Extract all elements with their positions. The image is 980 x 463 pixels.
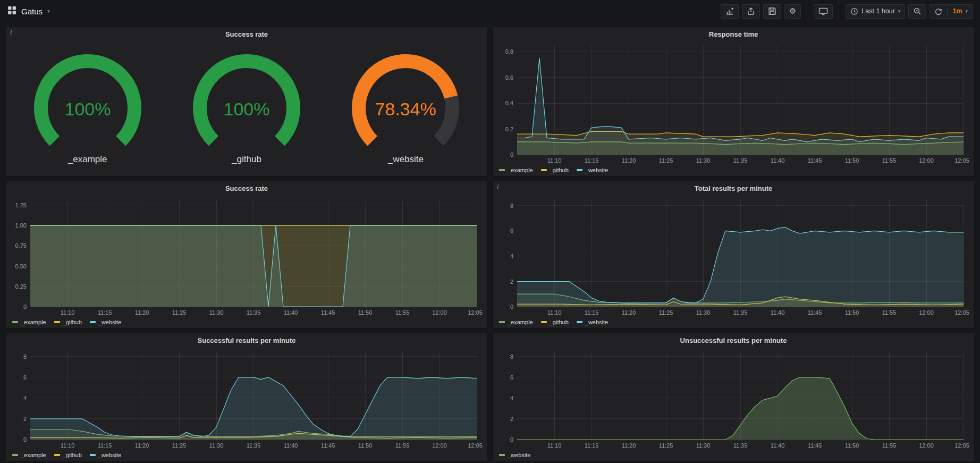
legend-swatch [577,321,582,323]
svg-text:11:10: 11:10 [61,309,75,316]
chart-plot[interactable]: 0246811:1011:1511:2011:2511:3011:3511:40… [495,347,972,450]
panel-total-results: i Total results per minute 0246811:1011:… [492,181,975,329]
panel-success-rate-gauges: i Success rate 100%_example100%_github78… [5,27,488,176]
gauge-row: 100%_example100%_github78.34%_website [8,41,485,175]
panel-info-icon[interactable]: i [497,183,499,191]
panel-header: Successful results per minute [6,333,487,347]
legend-item-_example[interactable]: _example [499,319,533,325]
settings-button[interactable]: ⚙ [784,4,801,19]
legend-label: _website [508,452,530,458]
gauge-label: _example [68,154,107,165]
dashboard-grid-icon[interactable] [7,6,16,17]
panel-title[interactable]: Total results per minute [695,184,772,192]
chart-plot[interactable]: 00.20.40.60.811:1011:1511:2011:2511:3011… [495,41,972,165]
cycle-view-button[interactable] [814,4,833,19]
save-button[interactable] [763,4,781,19]
legend-item-_github[interactable]: _github [541,167,569,173]
svg-text:1.25: 1.25 [15,202,27,208]
panel-title[interactable]: Response time [709,30,758,38]
panel-title[interactable]: Success rate [225,184,268,192]
dashboard-grid: i Success rate 100%_example100%_github78… [0,22,980,461]
svg-text:11:25: 11:25 [172,309,187,316]
dashboard-title[interactable]: Gatus [21,7,43,16]
panel-title[interactable]: Successful results per minute [198,336,296,344]
legend-item-_website[interactable]: _website [577,167,608,173]
panel-success-rate: Success rate 00.250.500.751.001.2511:101… [5,181,488,329]
svg-text:0: 0 [510,151,513,158]
refresh-button[interactable]: 1m ▾ [930,4,973,19]
chart-area[interactable]: 0246811:1011:1511:2011:2511:3011:3511:40… [8,347,485,450]
gauge-label: _website [388,154,424,165]
panel-title[interactable]: Unsuccessful results per minute [680,336,787,344]
svg-text:8: 8 [23,353,27,360]
legend-swatch [90,454,96,456]
bar-chart-plus-icon [725,7,734,15]
svg-text:0.75: 0.75 [15,242,27,249]
navbar-left: Gatus ▾ [7,6,50,17]
clock-icon [850,7,858,15]
svg-text:12:05: 12:05 [468,442,483,449]
chevron-down-icon: ▾ [898,9,901,14]
svg-text:11:15: 11:15 [98,442,112,449]
svg-text:11:50: 11:50 [845,157,859,164]
legend-swatch [54,454,60,456]
svg-text:11:45: 11:45 [808,309,822,316]
svg-text:11:40: 11:40 [284,442,298,449]
legend-item-_example[interactable]: _example [12,319,46,325]
svg-text:11:45: 11:45 [321,442,335,449]
chart-plot[interactable]: 0246811:1011:1511:2011:2511:3011:3511:40… [495,195,972,317]
zoom-out-icon [913,7,922,15]
legend-label: _website [98,319,121,325]
svg-text:11:40: 11:40 [771,442,785,449]
svg-text:12:00: 12:00 [919,442,934,449]
svg-text:11:55: 11:55 [882,442,897,449]
svg-text:0.25: 0.25 [15,283,27,290]
chart-legend: _example_github_website [8,450,485,460]
legend-item-_website[interactable]: _website [90,319,121,325]
svg-text:2: 2 [510,416,513,422]
zoom-out-button[interactable] [908,4,926,19]
svg-text:11:45: 11:45 [808,157,822,164]
svg-text:11:20: 11:20 [135,442,149,449]
svg-text:0.4: 0.4 [505,100,513,106]
svg-text:11:40: 11:40 [771,157,785,164]
svg-text:11:30: 11:30 [209,309,224,316]
chevron-down-icon: ▾ [965,9,968,14]
chart-plot[interactable]: 0246811:1011:1511:2011:2511:3011:3511:40… [8,347,485,450]
add-panel-button[interactable] [721,4,739,19]
svg-text:11:30: 11:30 [209,442,224,449]
svg-text:11:15: 11:15 [585,309,599,316]
svg-text:4: 4 [510,395,513,401]
svg-text:12:05: 12:05 [468,309,483,316]
panel-unsuccessful-results: Unsuccessful results per minute 0246811:… [492,333,975,461]
floppy-disk-icon [768,7,776,15]
panel-title[interactable]: Success rate [225,30,268,38]
legend-item-_website[interactable]: _website [90,452,121,458]
legend-item-_website[interactable]: _website [577,319,608,325]
share-button[interactable] [742,4,760,19]
legend-item-_example[interactable]: _example [499,167,533,173]
legend-item-_github[interactable]: _github [54,452,82,458]
svg-text:11:35: 11:35 [247,442,261,449]
svg-text:11:55: 11:55 [882,157,897,164]
legend-item-_github[interactable]: _github [54,319,82,325]
chevron-down-icon[interactable]: ▾ [47,9,50,14]
svg-text:0.8: 0.8 [505,48,513,55]
svg-text:0: 0 [23,304,27,310]
svg-text:11:50: 11:50 [358,442,373,449]
chart-plot[interactable]: 00.250.500.751.001.2511:1011:1511:2011:2… [8,195,485,317]
panel-header: Total results per minute [493,181,974,195]
legend-item-_website[interactable]: _website [499,452,530,458]
svg-text:12:00: 12:00 [919,309,934,316]
chart-area[interactable]: 0246811:1011:1511:2011:2511:3011:3511:40… [495,347,972,450]
time-range-button[interactable]: Last 1 hour ▾ [846,4,905,19]
chart-area[interactable]: 00.20.40.60.811:1011:1511:2011:2511:3011… [495,41,972,165]
panel-info-icon[interactable]: i [10,29,12,37]
legend-item-_example[interactable]: _example [12,452,46,458]
legend-item-_github[interactable]: _github [541,319,569,325]
legend-swatch [499,454,505,456]
chart-area[interactable]: 00.250.500.751.001.2511:1011:1511:2011:2… [8,195,485,317]
svg-text:11:50: 11:50 [845,309,859,316]
svg-text:11:20: 11:20 [135,309,149,316]
chart-area[interactable]: 0246811:1011:1511:2011:2511:3011:3511:40… [495,195,972,317]
